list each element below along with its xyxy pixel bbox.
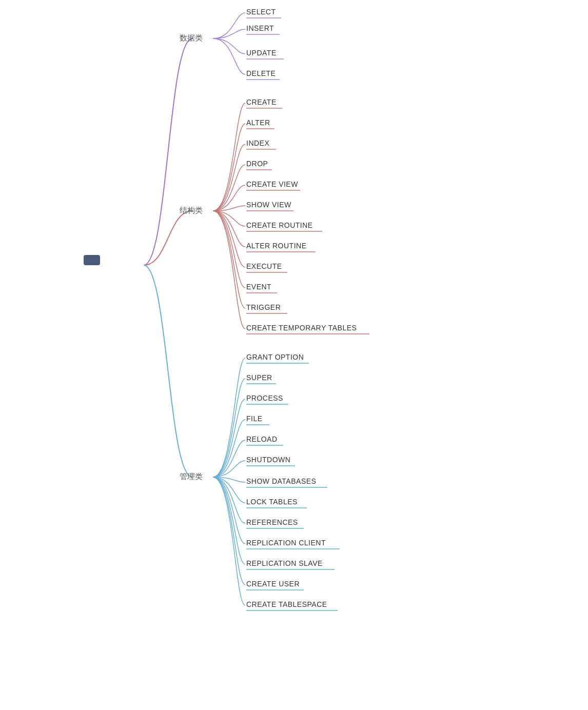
leaf-alter: ALTER xyxy=(246,119,270,127)
leaf-process: PROCESS xyxy=(246,394,283,402)
leaf-lock-tables: LOCK TABLES xyxy=(246,498,298,506)
leaf-replication-client: REPLICATION CLIENT xyxy=(246,539,326,547)
leaf-insert: INSERT xyxy=(246,24,274,32)
leaf-delete: DELETE xyxy=(246,69,276,77)
leaf-file: FILE xyxy=(246,415,263,423)
leaf-show-databases: SHOW DATABASES xyxy=(246,477,316,485)
category-data: 数据类 xyxy=(180,33,203,43)
leaf-reload: RELOAD xyxy=(246,435,278,443)
leaf-references: REFERENCES xyxy=(246,518,298,526)
leaf-replication-slave: REPLICATION SLAVE xyxy=(246,559,323,567)
leaf-show-view: SHOW VIEW xyxy=(246,201,291,209)
leaf-create-routine: CREATE ROUTINE xyxy=(246,221,313,229)
leaf-alter-routine: ALTER ROUTINE xyxy=(246,242,306,250)
root-node xyxy=(84,255,100,265)
leaf-select: SELECT xyxy=(246,8,276,16)
leaf-index: INDEX xyxy=(246,139,269,147)
leaf-drop: DROP xyxy=(246,160,268,168)
leaf-shutdown: SHUTDOWN xyxy=(246,456,290,464)
leaf-create-temporary-tables: CREATE TEMPORARY TABLES xyxy=(246,324,357,332)
leaf-create-user: CREATE USER xyxy=(246,580,300,588)
leaf-create: CREATE xyxy=(246,98,277,106)
leaf-grant-option: GRANT OPTION xyxy=(246,353,304,361)
leaf-create-tablespace: CREATE TABLESPACE xyxy=(246,600,327,608)
leaf-update: UPDATE xyxy=(246,49,277,57)
leaf-execute: EXECUTE xyxy=(246,262,282,270)
leaf-create-view: CREATE VIEW xyxy=(246,180,298,188)
category-admin: 管理类 xyxy=(180,472,203,482)
leaf-event: EVENT xyxy=(246,283,271,291)
leaf-trigger: TRIGGER xyxy=(246,303,281,311)
leaf-super: SUPER xyxy=(246,373,272,382)
category-structure: 结构类 xyxy=(180,206,203,215)
